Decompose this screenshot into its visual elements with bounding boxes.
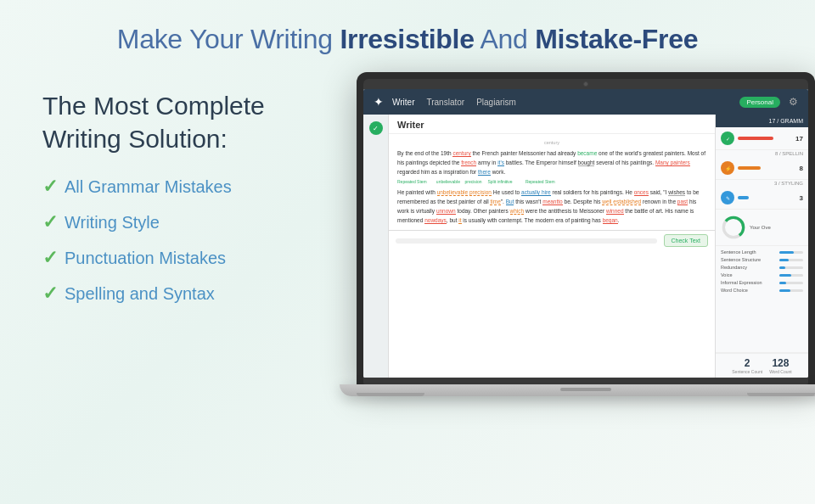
metric-word-choice: Word Choice <box>721 288 803 293</box>
error-meantto: meantto <box>542 199 563 205</box>
feature-punctuation-label: Punctuation Mistakes <box>65 249 226 268</box>
error-many: Many painters <box>655 160 690 166</box>
laptop-base <box>340 384 815 396</box>
left-panel: The Most Complete Writing Solution: ✓ Al… <box>42 81 331 305</box>
score-styling: ✎ 3 <box>716 187 808 210</box>
error-winned: winned <box>606 208 624 215</box>
editor-title: Writer <box>389 115 715 134</box>
feature-spelling-label: Spelling and Syntax <box>65 284 215 304</box>
app-editor-wrapper: Writer century By the end of the 19th ce… <box>389 115 715 378</box>
score-spelling: ⚡ 8 <box>716 157 808 180</box>
gear-icon[interactable]: ⚙ <box>789 96 798 108</box>
app-navbar: ✦ Writer Translator Plagiarism Personal … <box>363 89 808 115</box>
error-french: french <box>461 160 476 166</box>
score-grammar: ✓ 17 <box>716 127 808 150</box>
editor-bottom-bar: Check Text <box>389 230 715 250</box>
error-time: time <box>490 199 500 205</box>
app-body: ✓ Writer century By the end of the 19th … <box>363 115 808 378</box>
app-right-panel: 17 / GRAMM ✓ 17 <box>715 115 808 378</box>
check-icon-punctuation: ✓ <box>42 247 58 269</box>
app-ui: ✦ Writer Translator Plagiarism Personal … <box>363 89 808 378</box>
spelling-score-header: 8 / SPELLIN <box>716 150 808 157</box>
nav-tabs: Writer Translator Plagiarism <box>392 98 516 107</box>
error-precision: precision <box>469 189 492 196</box>
word-count-label: Word Count <box>769 369 792 374</box>
laptop-outer: ✦ Writer Translator Plagiarism Personal … <box>357 72 815 384</box>
laptop-screen: ✦ Writer Translator Plagiarism Personal … <box>363 89 808 378</box>
check-icon-style: ✓ <box>42 211 58 233</box>
personal-badge: Personal <box>739 97 780 108</box>
editor-scrollbar-horizontal[interactable] <box>396 238 657 244</box>
word-count-number: 128 <box>769 357 792 369</box>
donut-chart <box>721 215 746 240</box>
annotation-century: century <box>397 139 706 147</box>
editor-paragraph-2: He painted with unbelievable precision H… <box>397 188 706 225</box>
laptop-base-wrapper <box>357 384 815 396</box>
grammar-bar <box>738 137 783 140</box>
check-text-button[interactable]: Check Text <box>664 234 709 247</box>
footer-counts: 2 Sentence Count 128 Word Count <box>716 352 808 378</box>
laptop-mockup: ✦ Writer Translator Plagiarism Personal … <box>357 72 815 396</box>
app-logo-icon: ✦ <box>374 95 384 109</box>
metric-sentence-structure: Sentence Structure <box>721 257 803 262</box>
feature-grammar: ✓ All Grammar Mistakes <box>42 176 331 198</box>
error-wellestablished: well established <box>602 199 641 205</box>
laptop-wrapper: ✦ Writer Translator Plagiarism Personal … <box>357 72 815 396</box>
correction-became: became <box>577 150 597 156</box>
word-count-item: 128 Word Count <box>769 357 792 374</box>
sentence-count-label: Sentence Count <box>732 369 762 374</box>
error-began: began <box>603 217 618 224</box>
metric-informal-expression: Informal Expression <box>721 280 803 285</box>
score-icon-spelling: ⚡ <box>721 161 734 175</box>
main-headline: Make Your Writing Irresistible And Mista… <box>34 24 781 55</box>
grammar-count: 17 <box>786 135 803 143</box>
styling-count: 3 <box>786 194 803 202</box>
feature-style: ✓ Writing Style <box>42 211 331 233</box>
nav-tab-translator[interactable]: Translator <box>426 98 464 107</box>
app-sidebar-left: ✓ <box>363 115 389 378</box>
score-icon-grammar: ✓ <box>721 132 734 145</box>
metric-sentence-length: Sentence Length <box>721 249 803 255</box>
editor-paragraph-1: By the end of the 19th century the Frenc… <box>397 148 706 176</box>
spelling-bar-fill <box>738 166 761 170</box>
error-century: century <box>452 150 470 157</box>
nav-tab-writer[interactable]: Writer <box>392 98 414 107</box>
main-content: The Most Complete Writing Solution: ✓ Al… <box>0 72 815 396</box>
sidebar-check-dot: ✓ <box>369 121 383 135</box>
error-unbelievable: unbelievable <box>437 189 469 196</box>
styling-bar-fill <box>738 196 749 199</box>
error-nowdays: nowdays <box>424 217 447 224</box>
editor-content[interactable]: century By the end of the 19th century t… <box>389 134 715 230</box>
laptop-camera <box>583 81 588 87</box>
check-icon-grammar: ✓ <box>42 176 58 198</box>
error-it: it <box>458 217 461 224</box>
sentence-count-item: 2 Sentence Count <box>732 357 762 374</box>
laptop-foot-right <box>747 393 815 396</box>
feature-spelling: ✓ Spelling and Syntax <box>42 283 331 305</box>
grammar-bar-fill <box>738 137 773 140</box>
nav-tab-plagiarism[interactable]: Plagiarism <box>476 98 516 107</box>
overall-score-section: Your Ove <box>716 210 808 246</box>
app-editor: Writer century By the end of the 19th ce… <box>389 115 715 250</box>
annotation-repeated-stem: Repeated Stem unbelievable precision Spl… <box>397 178 706 186</box>
error-wishes: wishes <box>668 189 685 196</box>
error-actually: actually hire <box>521 189 551 196</box>
spelling-bar <box>738 166 783 170</box>
feature-style-label: Writing Style <box>65 213 160 232</box>
error-which: which <box>510 208 525 215</box>
style-metrics: Sentence Length Sentence Structure Redun… <box>716 246 808 352</box>
error-bought: bought <box>578 160 595 166</box>
grammar-score-header: 17 / GRAMM <box>716 115 808 127</box>
error-unnown: unnown <box>436 208 456 215</box>
check-icon-spelling: ✓ <box>42 283 58 305</box>
laptop-bottom-bezel <box>363 378 808 384</box>
laptop-bezel-top <box>363 79 808 89</box>
page-header: Make Your Writing Irresistible And Mista… <box>0 0 815 72</box>
error-but: But <box>506 199 514 205</box>
feature-punctuation: ✓ Punctuation Mistakes <box>42 247 331 269</box>
score-icon-styling: ✎ <box>721 191 734 204</box>
spelling-count: 8 <box>786 165 803 172</box>
feature-list: ✓ All Grammar Mistakes ✓ Writing Style ✓… <box>42 176 331 305</box>
error-there: there <box>478 169 491 176</box>
solution-heading: The Most Complete Writing Solution: <box>42 89 331 155</box>
